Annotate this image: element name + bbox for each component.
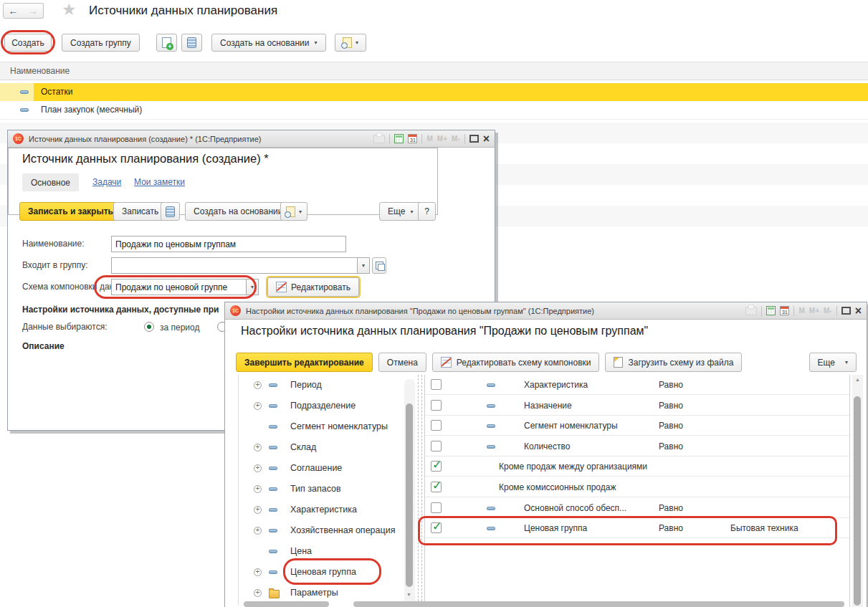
checkbox-unchecked[interactable]	[431, 502, 442, 513]
radio-period[interactable]	[144, 322, 154, 332]
expand-icon[interactable]: +	[254, 464, 262, 472]
schema-dropdown-button[interactable]: ▾	[247, 279, 259, 295]
condition-row[interactable]: ✓ Кроме продаж между организациями	[425, 457, 849, 477]
forward-button[interactable]: →	[23, 3, 44, 19]
checkbox-unchecked[interactable]	[431, 441, 442, 451]
tab-notes[interactable]: Мои заметки	[134, 177, 185, 187]
favorite-star-icon[interactable]: ★	[62, 0, 77, 19]
checkbox-unchecked[interactable]	[431, 420, 442, 431]
expand-icon[interactable]: +	[254, 485, 262, 493]
group-input[interactable]	[111, 257, 358, 274]
tree-item[interactable]: +Характеристика	[239, 500, 405, 520]
checkbox-checked[interactable]: ✓	[431, 461, 442, 472]
dialog1-titlebar[interactable]: 1С Источник данных планирования (создани…	[8, 130, 495, 148]
reports-dropdown-button[interactable]: ▾	[335, 34, 366, 52]
maximize-icon[interactable]	[469, 135, 479, 143]
print-icon[interactable]	[745, 307, 757, 315]
save-button[interactable]: Записать	[113, 202, 167, 221]
tree-item-price-group[interactable]: +Ценовая группа	[239, 562, 405, 583]
memory-m-button[interactable]: M	[798, 307, 804, 315]
memory-m-button[interactable]: M	[426, 135, 432, 143]
condition-row[interactable]: Сегмент номенклатуры Равно	[425, 416, 849, 436]
create-button[interactable]: Создать	[4, 34, 52, 52]
expand-icon[interactable]: +	[254, 506, 262, 514]
close-icon[interactable]: ×	[483, 134, 490, 144]
tree-item[interactable]: Цена	[239, 541, 405, 562]
tree-item[interactable]: +Подразделение	[239, 396, 405, 416]
item-dash-icon	[269, 550, 277, 553]
checkbox-unchecked[interactable]	[431, 379, 442, 390]
list-header[interactable]: Наименование	[0, 62, 868, 80]
list-row[interactable]: План закупок (месячный)	[0, 101, 868, 120]
change-item-button[interactable]	[161, 202, 180, 221]
edit-schema-button[interactable]: Редактировать	[267, 277, 359, 297]
checkbox-checked[interactable]: ✓	[431, 522, 442, 533]
finish-editing-button[interactable]: Завершить редактирование	[236, 353, 373, 372]
scroll-up-icon[interactable]: ▲	[855, 377, 860, 382]
load-schema-button[interactable]: Загрузить схему из файла	[605, 353, 742, 372]
change-item-button[interactable]	[181, 34, 202, 52]
checkbox-checked[interactable]: ✓	[431, 482, 442, 492]
tab-main[interactable]: Основное	[22, 173, 79, 191]
copy-item-button[interactable]	[156, 34, 177, 52]
name-input[interactable]	[111, 236, 346, 252]
back-button[interactable]: ←	[3, 3, 24, 19]
condition-row[interactable]: Назначение Равно	[425, 396, 849, 416]
create-group-button[interactable]: Создать группу	[62, 34, 140, 52]
memory-m-minus-button[interactable]: M-	[452, 135, 460, 143]
cancel-button[interactable]: Отмена	[378, 353, 426, 372]
tree-item[interactable]: +Период	[239, 375, 405, 396]
page-clock-icon	[343, 37, 352, 48]
open-window-icon	[376, 262, 383, 269]
condition-row[interactable]: Характеристика Равно	[425, 375, 849, 395]
tree-item[interactable]: +Тип запасов	[239, 479, 405, 500]
condition-row[interactable]: ✓ Кроме комиссионных продаж	[425, 477, 849, 497]
memory-m-minus-button[interactable]: M-	[824, 307, 832, 315]
scrollbar-thumb[interactable]	[406, 403, 413, 587]
panel-splitter[interactable]	[418, 375, 422, 607]
scroll-down-icon[interactable]: ▼	[406, 592, 411, 597]
group-open-button[interactable]	[372, 257, 386, 274]
expand-icon[interactable]: +	[254, 381, 262, 389]
close-icon[interactable]: ×	[855, 306, 862, 316]
reports-dropdown-button[interactable]: ▾	[280, 202, 307, 221]
tree-item[interactable]: +Соглашение	[239, 458, 405, 479]
tree-item[interactable]: +Склад	[239, 437, 405, 458]
more-button[interactable]: Еще ▾	[379, 202, 421, 221]
expand-icon[interactable]: +	[254, 444, 262, 451]
expand-icon[interactable]: +	[254, 402, 262, 410]
tree-item[interactable]: +Хозяйственная операция	[239, 520, 405, 541]
calendar-icon[interactable]: 31	[408, 134, 417, 143]
calculator-icon[interactable]	[394, 134, 404, 143]
tree-vertical-scrollbar[interactable]	[404, 379, 415, 606]
conditions-horizontal-scrollbar[interactable]	[353, 601, 844, 607]
checkbox-unchecked[interactable]	[431, 400, 442, 411]
condition-row[interactable]: Количество Равно	[425, 436, 849, 457]
dialog2-titlebar[interactable]: 1С Настройки источника данных планирован…	[225, 302, 867, 320]
expand-icon[interactable]: +	[254, 589, 262, 597]
tree-item-parameters[interactable]: +Параметры	[239, 583, 405, 603]
tree-horizontal-scrollbar[interactable]	[244, 601, 329, 607]
schema-input[interactable]	[111, 279, 247, 295]
more-button[interactable]: Еще ▾	[809, 353, 857, 372]
tree-item[interactable]: Сегмент номенклатуры	[239, 416, 405, 437]
create-based-on-button[interactable]: Создать на основании ▾	[211, 34, 326, 52]
memory-m-plus-button[interactable]: M+	[437, 135, 447, 143]
expand-icon[interactable]: +	[254, 527, 262, 535]
print-icon[interactable]	[373, 135, 385, 143]
expand-icon[interactable]: +	[254, 568, 262, 576]
condition-row-price-group[interactable]: ✓ Ценовая группа Равно Бытовая техника	[425, 518, 849, 538]
list-row-selected[interactable]: Остатки	[0, 83, 868, 101]
edit-composition-schema-button[interactable]: Редактировать схему компоновки	[432, 353, 600, 372]
calendar-icon[interactable]: 31	[780, 306, 789, 315]
memory-m-plus-button[interactable]: M+	[809, 307, 819, 315]
save-and-close-button[interactable]: Записать и закрыть	[19, 202, 122, 221]
calculator-icon[interactable]	[766, 306, 776, 315]
scrollbar-thumb[interactable]	[854, 396, 861, 606]
tab-tasks[interactable]: Задачи	[92, 177, 121, 187]
condition-row[interactable]: Основной способ обесп... Равно	[425, 498, 849, 518]
group-dropdown-button[interactable]: ▾	[358, 257, 370, 274]
maximize-icon[interactable]	[841, 307, 851, 315]
item-dash-icon	[487, 445, 495, 449]
help-button[interactable]: ?	[418, 202, 436, 221]
